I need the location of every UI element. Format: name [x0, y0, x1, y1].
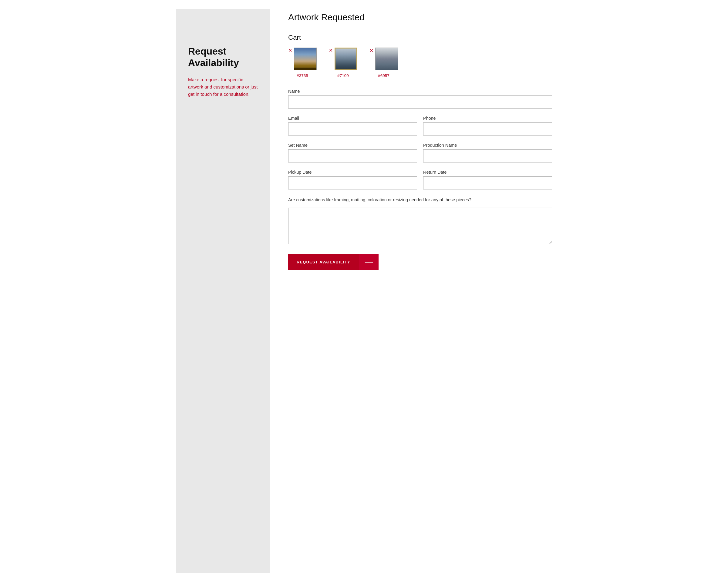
cart-label: Cart: [288, 34, 552, 41]
set-name-group: Set Name: [288, 143, 417, 163]
cart-items: ✕ #3735 ✕ #7109 ✕ #6957: [288, 48, 552, 78]
page-title: Artwork Requested: [288, 12, 552, 22]
dates-row: Pickup Date Return Date: [288, 170, 552, 190]
email-label: Email: [288, 116, 417, 121]
cart-item-id-6957: #6957: [378, 73, 389, 78]
return-date-group: Return Date: [423, 170, 552, 190]
remove-item-6957-button[interactable]: ✕: [369, 48, 373, 53]
cart-item-id-3735: #3735: [297, 73, 308, 78]
set-name-label: Set Name: [288, 143, 417, 148]
phone-label: Phone: [423, 116, 552, 121]
production-name-input[interactable]: [423, 149, 552, 163]
set-production-row: Set Name Production Name: [288, 143, 552, 163]
name-input[interactable]: [288, 95, 552, 109]
customization-textarea[interactable]: [288, 207, 552, 244]
email-input[interactable]: [288, 122, 417, 136]
cart-item-7109: ✕ #7109: [329, 48, 357, 78]
cart-item-header-7109: ✕: [329, 48, 357, 70]
left-panel-description: Make a request for specific artwork and …: [188, 76, 258, 98]
customization-label: Are customizations like framing, matting…: [288, 197, 552, 203]
artwork-thumbnail-7109: [335, 48, 357, 70]
cart-item-3735: ✕ #3735: [288, 48, 317, 78]
artwork-thumbnail-6957: [375, 48, 398, 70]
submit-button-label: REQUEST AVAILABILITY: [288, 254, 359, 270]
email-group: Email: [288, 116, 417, 136]
return-date-input[interactable]: [423, 176, 552, 190]
production-name-label: Production Name: [423, 143, 552, 148]
name-group: Name: [288, 89, 552, 109]
phone-input[interactable]: [423, 122, 552, 136]
request-form: Name Email Phone Set Name: [288, 89, 552, 270]
name-label: Name: [288, 89, 552, 94]
cart-item-id-7109: #7109: [337, 73, 349, 78]
return-date-label: Return Date: [423, 170, 552, 175]
email-phone-row: Email Phone: [288, 116, 552, 136]
cart-item-header-6957: ✕: [369, 48, 398, 70]
phone-group: Phone: [423, 116, 552, 136]
left-panel: Request Availability Make a request for …: [176, 9, 270, 573]
remove-item-7109-button[interactable]: ✕: [329, 48, 333, 53]
production-name-group: Production Name: [423, 143, 552, 163]
right-panel: Artwork Requested Cart ✕ #3735 ✕ #7109: [288, 9, 552, 573]
title-divider: [288, 25, 306, 25]
cart-item-6957: ✕ #6957: [369, 48, 398, 78]
pickup-date-group: Pickup Date: [288, 170, 417, 190]
left-panel-heading: Request Availability: [188, 46, 258, 69]
pickup-date-input[interactable]: [288, 176, 417, 190]
set-name-input[interactable]: [288, 149, 417, 163]
submit-arrow-icon: [359, 254, 379, 270]
page-container: Request Availability Make a request for …: [176, 9, 552, 573]
submit-button[interactable]: REQUEST AVAILABILITY: [288, 254, 379, 270]
pickup-date-label: Pickup Date: [288, 170, 417, 175]
customization-group: Are customizations like framing, matting…: [288, 197, 552, 244]
cart-item-header-3735: ✕: [288, 48, 317, 70]
artwork-thumbnail-3735: [294, 48, 317, 70]
remove-item-3735-button[interactable]: ✕: [288, 48, 292, 53]
